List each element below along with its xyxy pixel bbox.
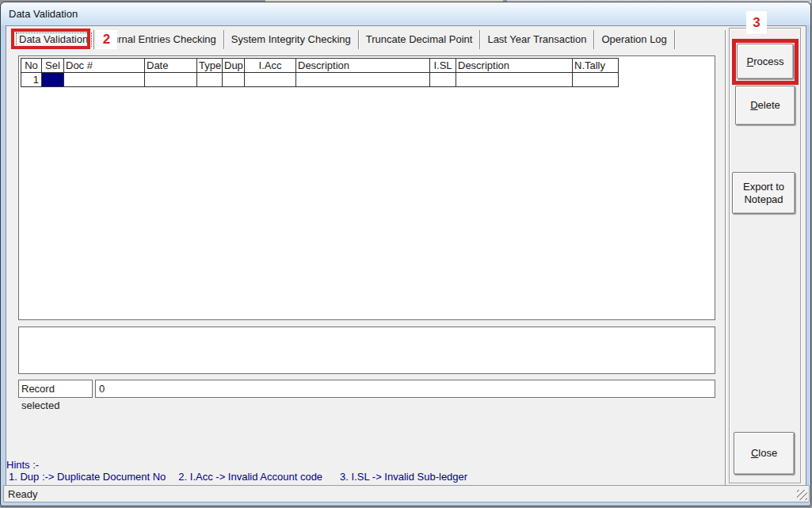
selected-cell[interactable] bbox=[42, 73, 64, 87]
record-selected-label: Record selected bbox=[18, 380, 93, 398]
resize-grip-icon[interactable] bbox=[797, 490, 807, 500]
vertical-divider bbox=[725, 30, 726, 487]
grid-header-row: No Sel Doc # Date Type Dup I.Acc Descrip… bbox=[21, 59, 619, 73]
column-header-ntally[interactable]: N.Tally bbox=[573, 59, 619, 73]
column-header-type[interactable]: Type bbox=[197, 59, 223, 73]
validation-results-panel: No Sel Doc # Date Type Dup I.Acc Descrip… bbox=[18, 55, 715, 320]
column-header-desc1[interactable]: Description bbox=[296, 59, 430, 73]
record-selected-value-field[interactable]: 0 bbox=[95, 380, 715, 398]
column-header-isl[interactable]: I.SL bbox=[430, 59, 456, 73]
annotation-marker-2: 2 bbox=[96, 30, 117, 49]
date-cell[interactable] bbox=[145, 73, 197, 87]
validation-grid: No Sel Doc # Date Type Dup I.Acc Descrip… bbox=[21, 58, 619, 87]
column-header-desc2[interactable]: Description bbox=[456, 59, 573, 73]
isl-cell[interactable] bbox=[430, 73, 456, 87]
ntally-cell[interactable] bbox=[573, 73, 619, 87]
hint-dup: 1. Dup :-> Duplicate Document No bbox=[9, 471, 166, 483]
title-bar: Data Validation bbox=[1, 2, 810, 25]
message-panel bbox=[18, 327, 715, 374]
hints-line: 1. Dup :-> Duplicate Document No2. I.Acc… bbox=[9, 471, 467, 483]
close-button[interactable]: Close bbox=[734, 432, 795, 475]
tab-operation-log[interactable]: Operation Log bbox=[594, 30, 674, 49]
annotation-rectangle-tab bbox=[11, 29, 90, 49]
row-number-cell[interactable]: 1 bbox=[21, 73, 42, 87]
hints-title: Hints :- bbox=[6, 459, 39, 471]
tab-system-integrity-checking[interactable]: System Integrity Checking bbox=[224, 30, 359, 49]
annotation-marker-3: 3 bbox=[746, 11, 767, 34]
type-cell[interactable] bbox=[197, 73, 223, 87]
hint-iacc: 2. I.Acc -> Invalid Account code bbox=[178, 471, 322, 483]
desc1-cell[interactable] bbox=[296, 73, 430, 87]
desc2-cell[interactable] bbox=[456, 73, 573, 87]
status-text: Ready bbox=[8, 487, 38, 501]
data-validation-dialog: Data Validation Data Validation Journal … bbox=[0, 2, 811, 506]
column-header-no[interactable]: No bbox=[21, 59, 42, 73]
delete-button[interactable]: Delete bbox=[735, 86, 795, 125]
window-title: Data Validation bbox=[9, 8, 78, 20]
doc-cell[interactable] bbox=[64, 73, 145, 87]
column-header-dup[interactable]: Dup bbox=[223, 59, 245, 73]
iacc-cell[interactable] bbox=[245, 73, 296, 87]
status-bar: Ready bbox=[3, 485, 810, 502]
hint-isl: 3. I.SL -> Invalid Sub-ledger bbox=[340, 471, 467, 483]
column-header-iacc[interactable]: I.Acc bbox=[245, 59, 296, 73]
annotation-rectangle-process bbox=[732, 39, 799, 85]
dup-cell[interactable] bbox=[223, 73, 245, 87]
column-header-sel[interactable]: Sel bbox=[42, 59, 64, 73]
tab-truncate-decimal-point[interactable]: Truncate Decimal Point bbox=[359, 30, 481, 49]
column-header-doc[interactable]: Doc # bbox=[64, 59, 145, 73]
dialog-client-area: Data Validation Journal Entries Checking… bbox=[6, 25, 806, 487]
table-row: 1 bbox=[21, 73, 619, 87]
column-header-date[interactable]: Date bbox=[145, 59, 197, 73]
tab-last-year-transaction[interactable]: Last Year Transaction bbox=[480, 30, 594, 49]
export-to-notepad-button[interactable]: Export to Notepad bbox=[732, 172, 795, 214]
